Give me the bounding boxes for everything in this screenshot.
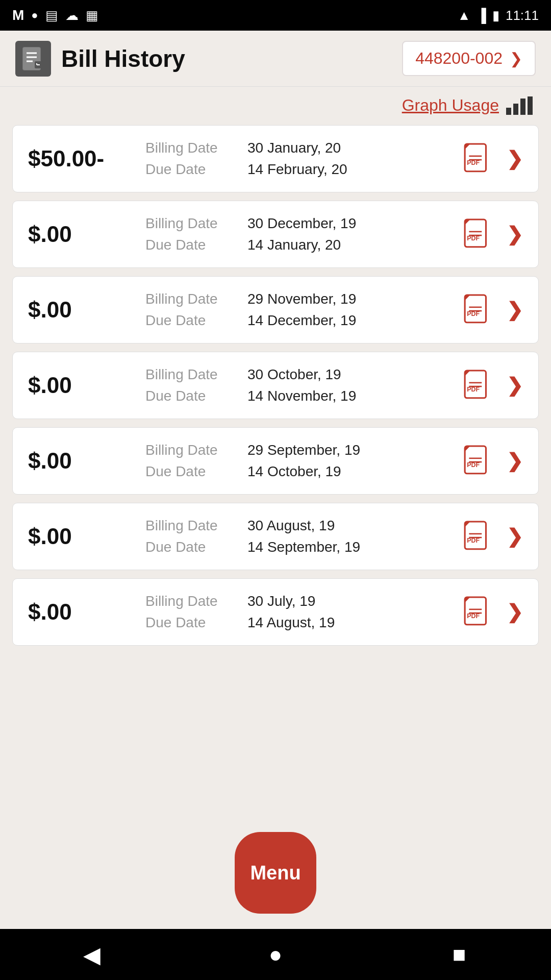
- battery-icon: ▮: [492, 8, 499, 23]
- clock: 11:11: [506, 8, 539, 23]
- pdf-icon[interactable]: PDF: [461, 594, 496, 630]
- due-date-label: Due Date: [145, 388, 237, 404]
- bill-amount: $50.00-: [28, 146, 145, 172]
- bill-amount: $.00: [28, 373, 145, 398]
- billing-date-value: 29 September, 19: [247, 442, 360, 458]
- status-bar-right: ▲ ▐ ▮ 11:11: [458, 8, 539, 23]
- svg-text:PDF: PDF: [467, 310, 480, 317]
- bill-amount: $.00: [28, 297, 145, 323]
- chevron-right-icon: ❯: [507, 148, 523, 170]
- bill-amount: $.00: [28, 448, 145, 474]
- chevron-right-icon: ❯: [507, 450, 523, 472]
- pdf-icon[interactable]: PDF: [461, 443, 496, 479]
- pdf-icon[interactable]: PDF: [461, 141, 496, 177]
- bill-actions: PDF ❯: [461, 443, 523, 479]
- header-left: Bill History: [15, 41, 185, 77]
- bill-card[interactable]: $.00 Billing Date 30 August, 19 Due Date…: [12, 503, 539, 570]
- due-date-row: Due Date 14 December, 19: [145, 312, 461, 329]
- due-date-label: Due Date: [145, 161, 237, 178]
- bill-card[interactable]: $.00 Billing Date 30 December, 19 Due Da…: [12, 201, 539, 268]
- billing-date-label: Billing Date: [145, 366, 237, 383]
- home-button[interactable]: ●: [255, 934, 296, 975]
- graph-usage-bar: Graph Usage: [0, 87, 551, 120]
- account-number-button[interactable]: 448200-002 ❯: [402, 41, 536, 76]
- due-date-value: 14 October, 19: [247, 463, 341, 480]
- pdf-icon[interactable]: PDF: [461, 368, 496, 403]
- svg-text:PDF: PDF: [467, 612, 480, 620]
- billing-date-row: Billing Date 29 November, 19: [145, 291, 461, 307]
- bill-dates: Billing Date 30 October, 19 Due Date 14 …: [145, 366, 461, 404]
- wifi-icon: ▲: [458, 8, 471, 23]
- status-bar-left: M ● ▤ ☁ ▦: [12, 7, 98, 23]
- chevron-right-icon: ❯: [507, 525, 523, 548]
- due-date-value: 14 September, 19: [247, 539, 360, 555]
- due-date-value: 14 August, 19: [247, 615, 335, 631]
- svg-rect-24: [465, 446, 486, 474]
- cloud-icon: ☁: [65, 8, 79, 23]
- bill-actions: PDF ❯: [461, 216, 523, 252]
- calendar-icon: ▦: [86, 8, 98, 23]
- svg-text:PDF: PDF: [467, 235, 480, 242]
- header: Bill History 448200-002 ❯: [0, 31, 551, 87]
- recent-button[interactable]: ■: [439, 934, 480, 975]
- billing-date-label: Billing Date: [145, 291, 237, 307]
- svg-text:PDF: PDF: [467, 461, 480, 469]
- circle-icon: ●: [31, 9, 38, 22]
- menu-button[interactable]: Menu: [235, 832, 316, 914]
- bill-amount: $.00: [28, 524, 145, 549]
- svg-rect-8: [465, 144, 486, 172]
- billing-date-label: Billing Date: [145, 442, 237, 458]
- due-date-label: Due Date: [145, 539, 237, 555]
- due-date-value: 14 January, 20: [247, 237, 341, 253]
- billing-date-label: Billing Date: [145, 215, 237, 232]
- due-date-row: Due Date 14 October, 19: [145, 463, 461, 480]
- due-date-label: Due Date: [145, 463, 237, 480]
- pdf-icon[interactable]: PDF: [461, 519, 496, 554]
- due-date-row: Due Date 14 September, 19: [145, 539, 461, 555]
- billing-date-label: Billing Date: [145, 518, 237, 534]
- due-date-value: 14 December, 19: [247, 312, 356, 329]
- billing-date-value: 30 July, 19: [247, 593, 315, 609]
- pdf-icon[interactable]: PDF: [461, 216, 496, 252]
- due-date-value: 14 February, 20: [247, 161, 347, 178]
- billing-date-row: Billing Date 30 August, 19: [145, 518, 461, 534]
- back-button[interactable]: ◀: [71, 934, 112, 975]
- bar-chart-icon: [506, 96, 533, 115]
- due-date-row: Due Date 14 February, 20: [145, 161, 461, 178]
- due-date-label: Due Date: [145, 237, 237, 253]
- billing-date-row: Billing Date 30 July, 19: [145, 593, 461, 609]
- svg-text:PDF: PDF: [467, 386, 480, 393]
- billing-date-value: 30 January, 20: [247, 140, 341, 156]
- gmail-icon: M: [12, 7, 24, 23]
- billing-date-value: 29 November, 19: [247, 291, 356, 307]
- bill-card[interactable]: $.00 Billing Date 30 July, 19 Due Date 1…: [12, 578, 539, 646]
- bill-dates: Billing Date 29 September, 19 Due Date 1…: [145, 442, 461, 480]
- bill-actions: PDF ❯: [461, 292, 523, 328]
- due-date-row: Due Date 14 November, 19: [145, 388, 461, 404]
- bill-card[interactable]: $50.00- Billing Date 30 January, 20 Due …: [12, 125, 539, 192]
- billing-date-row: Billing Date 29 September, 19: [145, 442, 461, 458]
- bill-dates: Billing Date 29 November, 19 Due Date 14…: [145, 291, 461, 329]
- bill-dates: Billing Date 30 August, 19 Due Date 14 S…: [145, 518, 461, 555]
- chevron-right-icon: ❯: [507, 601, 523, 623]
- pdf-icon[interactable]: PDF: [461, 292, 496, 328]
- bill-card[interactable]: $.00 Billing Date 29 November, 19 Due Da…: [12, 276, 539, 344]
- svg-text:PDF: PDF: [467, 537, 480, 544]
- bill-dates: Billing Date 30 July, 19 Due Date 14 Aug…: [145, 593, 461, 631]
- due-date-label: Due Date: [145, 615, 237, 631]
- graph-usage-link[interactable]: Graph Usage: [402, 96, 499, 115]
- svg-text:PDF: PDF: [467, 159, 480, 166]
- svg-rect-12: [465, 219, 486, 247]
- bill-card[interactable]: $.00 Billing Date 29 September, 19 Due D…: [12, 427, 539, 495]
- bill-actions: PDF ❯: [461, 594, 523, 630]
- svg-rect-32: [465, 597, 486, 625]
- due-date-value: 14 November, 19: [247, 388, 356, 404]
- bill-history-icon: [15, 41, 51, 77]
- menu-button-container: Menu: [0, 822, 551, 929]
- billing-date-label: Billing Date: [145, 593, 237, 609]
- billing-date-value: 30 October, 19: [247, 366, 341, 383]
- billing-date-row: Billing Date 30 October, 19: [145, 366, 461, 383]
- svg-rect-20: [465, 371, 486, 398]
- account-number: 448200-002: [415, 49, 503, 68]
- bill-card[interactable]: $.00 Billing Date 30 October, 19 Due Dat…: [12, 352, 539, 419]
